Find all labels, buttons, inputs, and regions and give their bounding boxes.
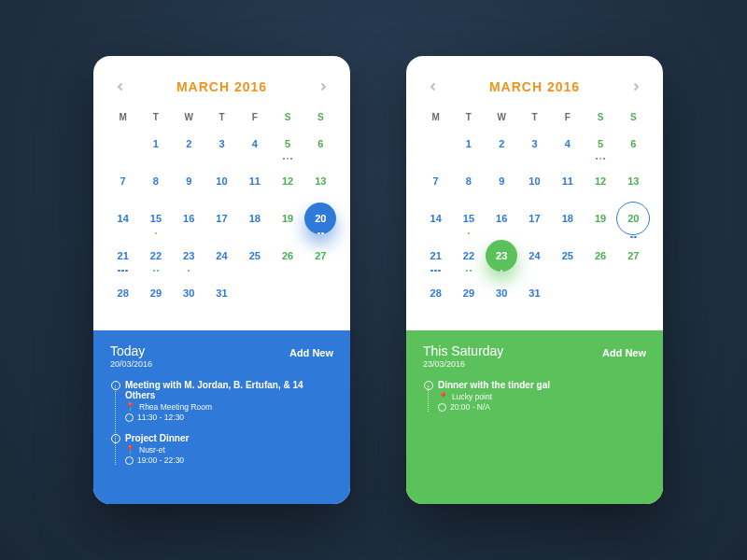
day-cell-18[interactable]: 18 bbox=[238, 204, 271, 232]
day-cell-20[interactable]: 20 bbox=[617, 204, 650, 232]
day-cell-9[interactable]: 9 bbox=[486, 167, 518, 195]
day-cell-27[interactable]: 27 bbox=[304, 242, 337, 270]
add-new-button[interactable]: Add New bbox=[289, 347, 333, 358]
prev-month-button[interactable] bbox=[423, 77, 444, 97]
day-cell-11[interactable]: 11 bbox=[551, 167, 584, 195]
day-cell-5[interactable]: 5 bbox=[584, 130, 616, 158]
day-cell-12[interactable]: 12 bbox=[584, 167, 616, 195]
day-cell-14[interactable]: 14 bbox=[106, 204, 139, 232]
day-of-week-row: MTWTFSS bbox=[406, 108, 663, 124]
day-cell-30[interactable]: 30 bbox=[173, 279, 205, 307]
day-of-week: T bbox=[518, 112, 551, 122]
event-timeline: Meeting with M. Jordan, B. Ertufan, & 14… bbox=[110, 380, 333, 465]
day-cell-29[interactable]: 29 bbox=[452, 279, 485, 307]
day-cell-30[interactable]: 30 bbox=[486, 279, 518, 307]
day-cell-16[interactable]: 16 bbox=[173, 204, 205, 232]
day-cell-6[interactable]: 6 bbox=[617, 130, 650, 158]
day-of-week: S bbox=[617, 112, 650, 122]
event-item[interactable]: Project Dinner📍Nusr-et19:00 - 22:30 bbox=[125, 433, 333, 465]
clock-icon bbox=[125, 413, 134, 422]
day-cell-1[interactable]: 1 bbox=[452, 130, 485, 158]
day-cell-28[interactable]: 28 bbox=[419, 279, 452, 307]
day-cell-14[interactable]: 14 bbox=[419, 204, 452, 232]
day-cell-20[interactable]: 20 bbox=[304, 204, 337, 232]
day-cell-4[interactable]: 4 bbox=[238, 130, 271, 158]
pin-icon: 📍 bbox=[125, 402, 135, 412]
day-cell-25[interactable]: 25 bbox=[551, 242, 584, 270]
day-cell-23[interactable]: 23 bbox=[173, 242, 205, 270]
day-cell-7[interactable]: 7 bbox=[419, 167, 452, 195]
event-dots bbox=[500, 270, 503, 273]
event-time: 20:00 - N/A bbox=[438, 402, 646, 412]
event-dots bbox=[283, 158, 293, 161]
day-cell-12[interactable]: 12 bbox=[271, 167, 303, 195]
event-dots bbox=[596, 158, 606, 161]
day-cell-8[interactable]: 8 bbox=[452, 167, 485, 195]
day-cell-24[interactable]: 24 bbox=[205, 242, 238, 270]
day-cell-28[interactable]: 28 bbox=[106, 279, 139, 307]
day-cell-15[interactable]: 15 bbox=[139, 204, 172, 232]
day-cell-6[interactable]: 6 bbox=[304, 130, 337, 158]
day-cell-17[interactable]: 17 bbox=[518, 204, 551, 232]
next-month-button[interactable] bbox=[626, 77, 646, 97]
panel-title: This Saturday bbox=[423, 343, 503, 358]
day-cell-13[interactable]: 13 bbox=[304, 167, 337, 195]
day-cell-21[interactable]: 21 bbox=[419, 242, 452, 270]
event-dots bbox=[155, 232, 158, 235]
event-item[interactable]: Dinner with the tinder gal📍Lucky point20… bbox=[438, 380, 646, 412]
calendar-card-saturday: MARCH 2016MTWTFSS12345678910111213141516… bbox=[406, 56, 663, 504]
event-item[interactable]: Meeting with M. Jordan, B. Ertufan, & 14… bbox=[125, 380, 333, 422]
day-cell-2[interactable]: 2 bbox=[486, 130, 518, 158]
event-title: Project Dinner bbox=[125, 433, 333, 443]
day-cell-7[interactable]: 7 bbox=[106, 167, 139, 195]
day-cell-17[interactable]: 17 bbox=[205, 204, 238, 232]
day-cell-10[interactable]: 10 bbox=[205, 167, 238, 195]
day-cell-26[interactable]: 26 bbox=[584, 242, 616, 270]
calendar-grid: 1234567891011121314151617181920212223242… bbox=[93, 124, 350, 324]
panel-title: Today bbox=[110, 343, 152, 358]
day-cell-23[interactable]: 23 bbox=[486, 242, 518, 270]
day-cell-22[interactable]: 22 bbox=[139, 242, 172, 270]
day-cell-16[interactable]: 16 bbox=[486, 204, 518, 232]
day-cell-11[interactable]: 11 bbox=[238, 167, 271, 195]
calendar-grid: 1234567891011121314151617181920212223242… bbox=[406, 124, 663, 324]
day-cell-31[interactable]: 31 bbox=[205, 279, 238, 307]
day-cell-8[interactable]: 8 bbox=[139, 167, 172, 195]
day-cell-3[interactable]: 3 bbox=[518, 130, 551, 158]
prev-month-button[interactable] bbox=[110, 77, 131, 97]
day-cell-22[interactable]: 22 bbox=[452, 242, 485, 270]
day-of-week: M bbox=[106, 112, 139, 122]
day-cell-3[interactable]: 3 bbox=[205, 130, 238, 158]
day-cell-13[interactable]: 13 bbox=[617, 167, 650, 195]
panel-date: 20/03/2016 bbox=[110, 359, 152, 369]
day-cell-9[interactable]: 9 bbox=[173, 167, 205, 195]
event-dots bbox=[430, 270, 441, 273]
day-cell-2[interactable]: 2 bbox=[173, 130, 205, 158]
day-cell-19[interactable]: 19 bbox=[271, 204, 303, 232]
clock-icon bbox=[438, 403, 446, 412]
event-time: 19:00 - 22:30 bbox=[125, 455, 333, 465]
day-cell-10[interactable]: 10 bbox=[518, 167, 551, 195]
day-cell-18[interactable]: 18 bbox=[551, 204, 584, 232]
day-cell-4[interactable]: 4 bbox=[551, 130, 584, 158]
day-cell-24[interactable]: 24 bbox=[518, 242, 551, 270]
next-month-button[interactable] bbox=[313, 77, 333, 97]
day-cell-1[interactable]: 1 bbox=[139, 130, 172, 158]
day-of-week-row: MTWTFSS bbox=[93, 108, 350, 124]
day-cell-5[interactable]: 5 bbox=[271, 130, 303, 158]
add-new-button[interactable]: Add New bbox=[602, 347, 646, 358]
day-cell-27[interactable]: 27 bbox=[617, 242, 650, 270]
day-cell-29[interactable]: 29 bbox=[139, 279, 172, 307]
day-cell-31[interactable]: 31 bbox=[518, 279, 551, 307]
day-cell-21[interactable]: 21 bbox=[106, 242, 139, 270]
event-title: Meeting with M. Jordan, B. Ertufan, & 14… bbox=[125, 380, 333, 400]
day-of-week: W bbox=[486, 112, 518, 122]
day-cell-15[interactable]: 15 bbox=[452, 204, 485, 232]
day-of-week: T bbox=[452, 112, 485, 122]
pin-icon: 📍 bbox=[438, 392, 448, 401]
event-title: Dinner with the tinder gal bbox=[438, 380, 646, 390]
day-cell-19[interactable]: 19 bbox=[584, 204, 616, 232]
day-cell-26[interactable]: 26 bbox=[271, 242, 303, 270]
event-dots bbox=[317, 232, 324, 235]
day-cell-25[interactable]: 25 bbox=[238, 242, 271, 270]
